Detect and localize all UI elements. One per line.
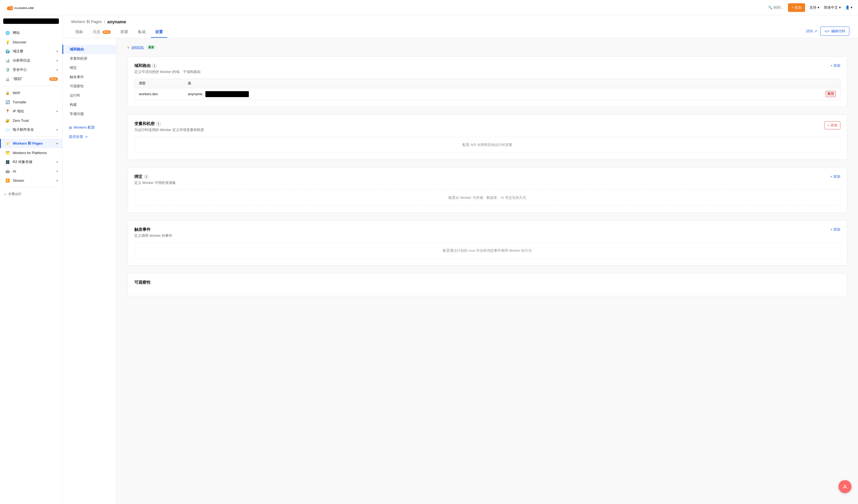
search-icon: 🔍 [768,5,773,10]
settings-nav-issues[interactable]: 常规问题 [62,109,116,118]
sidebar-item-websites[interactable]: 🌐 网站 [0,28,62,37]
workers-icon: ⚡ [5,141,10,146]
trace-icon: 🔬 [5,77,10,81]
settings-main: vdf46f3fc 最新 域和路由 ℹ 定义可访问您的 Worker 的域、子域… [117,38,858,504]
edit-code-button[interactable]: </> 编辑代码 [820,27,849,36]
variables-desc: 为运行时使用的 Worker 定义环境变量和机密 [134,128,204,132]
topnav: CLOUDFLARE 🔍 转到... + 添加 支持 ▾ 简体中文 ▾ 👤 ▾ [0,0,858,15]
variables-empty: 配置 API 令牌和其他运行时变量 [134,137,840,153]
settings-nav: 域和路由 变量和机密 绑定 触发事件 可观察性 运行时 构建 常规问题 ⊞ Wo… [62,38,117,504]
chevron-down-icon: ▾ [57,170,58,173]
page-header: Workers 和 Pages / anyname 指标 日志 Beta 部署 … [62,15,858,38]
goto-search[interactable]: 🔍 转到... [768,5,784,10]
sidebar-item-waf[interactable]: 🔒 WAF [0,88,62,97]
chevron-down-icon: ▾ [57,50,58,53]
platforms-icon: 🗂️ [5,150,10,155]
divider [4,86,58,86]
chevron-down-icon: ▾ [817,5,820,10]
collapse-label: 折叠边栏 [9,192,21,196]
info-icon[interactable]: ℹ [152,64,157,68]
add-button[interactable]: + 添加 [788,3,805,12]
sidebar-item-platforms[interactable]: 🗂️ Workers for Platforms [0,148,62,157]
tab-settings[interactable]: 设置 [151,27,167,38]
user-icon: 👤 [845,5,849,10]
collapse-icon: « [4,192,6,196]
content-area: Workers 和 Pages / anyname 指标 日志 Beta 部署 … [62,15,858,504]
settings-nav-runtime[interactable]: 运行时 [62,91,116,100]
chart-icon: 📊 [5,58,10,63]
code-icon: </> [824,29,829,33]
main-layout: 🌐 网站 💡 Discover 🌍 域注册 ▾ 📊 分析和日志 ▾ 🛡️ 安全中… [0,15,858,504]
sidebar-item-workers[interactable]: ⚡ Workers 和 Pages ▾ [0,139,62,148]
sidebar-item-trace[interactable]: 🔬 "跟踪" Beta [0,74,62,84]
sidebar-item-discover[interactable]: 💡 Discover [0,37,62,47]
settings-nav-variables[interactable]: 变量和机密 [62,54,116,63]
sidebar-item-ai[interactable]: 🤖 AI ▾ [0,166,62,176]
beta-badge: Beta [102,30,111,34]
triggers-title: 触发事件 [134,227,172,232]
domain-icon: 🌍 [5,49,10,54]
sidebar-item-stream[interactable]: ▶️ Stream ▾ [0,176,62,185]
email-icon: ✉️ [5,127,10,132]
domains-add-button[interactable]: + 添加 [830,63,840,68]
tab-deploy[interactable]: 部署 [116,27,132,38]
chevron-down-icon: ▾ [57,110,58,113]
sidebar-item-label: 电子邮件安全 [13,127,54,132]
bindings-add-button[interactable]: + 添加 [830,174,840,179]
workers-config-link[interactable]: ⊞ Workers 配置 [62,123,116,132]
sidebar-item-ip[interactable]: 📍 IP 地址 ▾ [0,107,62,116]
translate-fab[interactable]: A [839,480,852,493]
settings-nav-triggers[interactable]: 触发事件 [62,72,116,82]
triggers-header: 触发事件 定义调用 Worker 的事件 + 添加 [134,227,840,238]
triggers-add-button[interactable]: + 添加 [830,227,840,232]
waf-icon: 🔒 [5,90,10,95]
settings-nav-domains[interactable]: 域和路由 [62,45,116,54]
observability-header: 可观察性 [134,280,840,285]
triggers-section: 触发事件 定义调用 Worker 的事件 + 添加 配置通过计划的 cron 作… [128,220,847,265]
disable-button[interactable]: 禁用 [825,91,836,97]
user-menu[interactable]: 👤 ▾ [845,5,853,10]
sidebar-item-security[interactable]: 🛡️ 安全中心 ▾ [0,65,62,74]
svg-text:CLOUDFLARE: CLOUDFLARE [14,6,34,10]
sidebar-item-r2[interactable]: 🗄️ R2 对象存储 ▾ [0,157,62,166]
tab-integrations[interactable]: 集成 [133,27,150,38]
external-link-icon: ↗ [814,29,817,33]
sidebar-item-turnstile[interactable]: 🔄 Turnstile [0,97,62,107]
account-selector[interactable] [3,18,59,24]
chevron-down-icon: ▾ [57,142,58,145]
sidebar-item-analytics[interactable]: 📊 分析和日志 ▾ [0,56,62,65]
visit-button[interactable]: 访问 ↗ [806,29,817,34]
language-menu[interactable]: 简体中文 ▾ [824,5,841,10]
feedback-link[interactable]: 提供反馈 ↗ [62,132,116,141]
bindings-section: 绑定 ℹ 定义 Worker 可用的资源集 + 添加 配置从 Worker 与存… [128,167,847,213]
collapse-sidebar[interactable]: « 折叠边栏 [0,190,62,198]
sidebar-item-email[interactable]: ✉️ 电子邮件安全 ▾ [0,125,62,134]
zt-icon: 🔐 [5,118,10,123]
tab-metrics[interactable]: 指标 [71,27,88,38]
variables-add-button[interactable]: + 添加 [824,121,840,129]
bindings-desc: 定义 Worker 可用的资源集 [134,180,176,185]
settings-nav-observability[interactable]: 可观察性 [62,82,116,91]
sidebar-item-domain-reg[interactable]: 🌍 域注册 ▾ [0,47,62,56]
version-hash[interactable]: df46f3fc [132,45,144,49]
sidebar-item-zerotrust[interactable]: 🔐 Zero Trust [0,116,62,125]
info-icon[interactable]: ℹ [156,122,161,126]
settings-nav-bindings[interactable]: 绑定 [62,63,116,72]
version-prefix: v [128,45,129,49]
support-menu[interactable]: 支持 ▾ [809,5,820,10]
ip-icon: 📍 [5,109,10,114]
cell-value: anyname. [188,91,825,97]
sidebar-item-label: R2 对象存储 [13,160,54,164]
external-link-icon: ↗ [85,135,88,139]
logo[interactable]: CLOUDFLARE [5,3,38,12]
observability-section: 可观察性 [128,273,847,296]
domains-table: 类型 值 workers.dev anyname. 禁用 [134,79,840,100]
redacted-value [205,91,249,97]
info-icon[interactable]: ℹ [144,175,148,179]
settings-nav-build[interactable]: 构建 [62,100,116,109]
tab-logs[interactable]: 日志 Beta [89,27,115,38]
breadcrumb-sep: / [104,20,105,24]
chevron-down-icon: ▾ [839,5,841,10]
breadcrumb-parent[interactable]: Workers 和 Pages [71,19,102,25]
version-tag: vdf46f3fc 最新 [128,45,847,50]
